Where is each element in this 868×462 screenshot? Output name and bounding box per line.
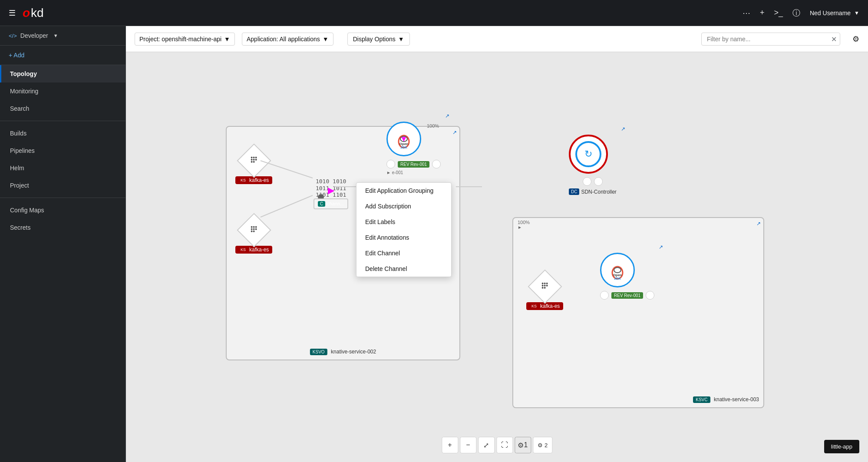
menu-item-delete-channel[interactable]: Delete Channel	[356, 261, 451, 277]
app-caret-icon: ▼	[323, 36, 329, 43]
filter-input[interactable]	[701, 33, 840, 46]
little-app-group: ↗ 100% ►	[512, 217, 764, 408]
openjdk-circle-2: Open JDK	[600, 253, 635, 287]
sidebar-item-topology[interactable]: Topology	[0, 65, 125, 82]
help-icon[interactable]: ⓘ	[792, 8, 800, 18]
sidebar-item-project[interactable]: Project	[0, 177, 125, 194]
grid-icon[interactable]: ⋯	[743, 8, 750, 18]
node2-button[interactable]: ⚙ 2	[533, 437, 552, 453]
ksvc-label-003: KSVC knative-service-003	[693, 395, 759, 403]
fit-button[interactable]: ⤢	[478, 437, 495, 453]
menu-item-edit-channel[interactable]: Edit Channel	[356, 245, 451, 261]
menu-item-add-subscription[interactable]: Add Subscription	[356, 198, 451, 214]
pin-icon-node1[interactable]: ●	[432, 160, 441, 168]
channel-name: chann...	[327, 201, 344, 206]
menu-item-edit-grouping[interactable]: Edit Application Grouping	[356, 183, 451, 198]
sidebar-item-helm[interactable]: Helm	[0, 159, 125, 177]
svg-point-26	[544, 283, 546, 284]
svg-text:JDK: JDK	[400, 145, 407, 148]
refresh-icon-node1[interactable]: ↻	[386, 160, 395, 168]
binary-channel-icon: 1010 10101011 10111101 1101	[316, 178, 346, 198]
openjdk-node-1[interactable]: 100% ↗ Open JDK ▼	[386, 122, 441, 175]
zoom-in-button[interactable]: +	[442, 437, 458, 453]
sidebar-item-secrets[interactable]: Secrets	[0, 219, 125, 236]
svg-point-27	[546, 283, 548, 284]
ext-link-openjdk2[interactable]: ↗	[659, 244, 663, 250]
topology-canvas[interactable]: ↗	[126, 52, 868, 462]
svg-point-28	[542, 285, 544, 287]
project-caret-icon: ▼	[224, 36, 230, 43]
app-logo: o kd	[23, 6, 44, 20]
filter-close-icon[interactable]: ✕	[831, 35, 837, 43]
sidebar-item-search[interactable]: Search	[0, 100, 125, 117]
expand-button[interactable]: ⛶	[496, 437, 513, 453]
menu-item-edit-labels[interactable]: Edit Labels	[356, 214, 451, 230]
pct-badge-1: 100%	[427, 123, 439, 129]
ext-link-icon-1[interactable]: ↗	[452, 129, 457, 135]
sdn-circle-inner: ↻	[575, 141, 601, 167]
sidebar-item-pipelines[interactable]: Pipelines	[0, 142, 125, 159]
refresh-icon-node2[interactable]: ↻	[600, 291, 609, 300]
user-menu[interactable]: Ned Username ▼	[810, 10, 859, 16]
svg-point-11	[251, 161, 253, 163]
kafka-node-right[interactable]: KS kafka-es	[526, 274, 563, 310]
project-selector[interactable]: Project: openshift-machine-api ▼	[135, 33, 235, 46]
refresh-icon-sdn2[interactable]: ↻	[583, 177, 591, 186]
svg-point-17	[253, 228, 255, 230]
node1-button[interactable]: ⚙ 1	[515, 437, 531, 453]
svg-point-29	[544, 285, 546, 287]
zoom-out-button[interactable]: −	[460, 437, 476, 453]
logo-o: o	[23, 6, 30, 20]
context-selector[interactable]: </> Developer ▼	[0, 26, 125, 46]
svg-point-22	[400, 136, 407, 142]
filter-input-wrap: ✕	[701, 33, 840, 46]
add-button[interactable]: + Add	[0, 46, 125, 65]
svg-point-25	[542, 283, 544, 284]
kafka-node-1[interactable]: KS kafka-es	[235, 148, 272, 184]
svg-point-34	[614, 267, 621, 273]
sidebar-divider-2	[0, 198, 125, 198]
ext-link-little-app[interactable]: ↗	[756, 221, 761, 227]
project-label: Project: openshift-machine-api	[139, 36, 221, 43]
svg-point-5	[251, 157, 253, 158]
node2-icon: ⚙	[538, 442, 543, 449]
svg-point-30	[546, 285, 548, 287]
display-options-caret-icon: ▼	[398, 36, 404, 43]
top-navigation: ☰ o kd ⋯ + >_ ⓘ Ned Username ▼	[0, 0, 868, 26]
display-options-button[interactable]: Display Options ▼	[347, 33, 410, 46]
kafka-diamond-right	[528, 269, 562, 304]
kafka-inner-1	[250, 155, 258, 166]
pct-arrow-1: ► e-001	[386, 170, 403, 175]
kafka-node-2[interactable]: KS kafka-es	[235, 218, 272, 254]
hamburger-menu[interactable]: ☰	[9, 8, 16, 18]
plus-icon[interactable]: +	[760, 8, 765, 17]
app-selector[interactable]: Application: All applications ▼	[242, 33, 333, 46]
little-app-label: little-app	[824, 440, 859, 453]
pin-icon-node2[interactable]: ●	[646, 291, 654, 300]
channel-node[interactable]: 1010 10101011 10111101 1101 ▶ C chann...	[314, 178, 348, 209]
user-caret-icon: ▼	[854, 10, 859, 16]
node1-icon: ⚙	[518, 441, 524, 449]
sidebar-item-config-maps[interactable]: Config Maps	[0, 201, 125, 219]
ext-link-node1[interactable]: ↗	[445, 113, 449, 119]
svg-point-18	[255, 228, 257, 230]
sidebar-item-monitoring[interactable]: Monitoring	[0, 82, 125, 100]
topology-settings-icon[interactable]: ⚙	[852, 34, 859, 44]
channel-tag: C	[318, 201, 325, 207]
svg-point-12	[253, 161, 255, 163]
ks-badge-right: KS	[530, 304, 538, 309]
context-label: Developer	[20, 32, 48, 39]
sdn-controller-node[interactable]: ↗ ↻ ↻ ● DC SDN-Controller	[569, 135, 617, 195]
sidebar-item-builds[interactable]: Builds	[0, 125, 125, 142]
pin-icon-sdn[interactable]: ●	[594, 177, 603, 186]
sdn-name: SDN-Controller	[581, 189, 616, 195]
menu-item-edit-annotations[interactable]: Edit Annotations	[356, 230, 451, 245]
terminal-icon[interactable]: >_	[774, 8, 783, 17]
username-label: Ned Username	[810, 10, 851, 16]
svg-point-8	[251, 159, 253, 161]
openjdk-node-2[interactable]: ↗ Open JDK	[600, 253, 654, 300]
kafka-diamond-2	[237, 213, 271, 247]
ext-link-sdn[interactable]: ↗	[621, 126, 625, 132]
kafka-inner-right	[541, 281, 549, 292]
main-content: Project: openshift-machine-api ▼ Applica…	[126, 26, 868, 462]
